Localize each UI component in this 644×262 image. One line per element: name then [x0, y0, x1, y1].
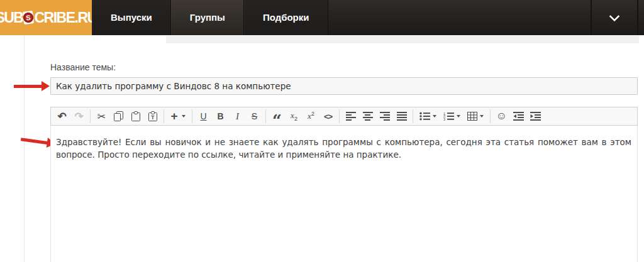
- undo-button[interactable]: ↶: [53, 109, 70, 124]
- blockquote-button[interactable]: “: [269, 109, 286, 124]
- blockquote-icon: “: [272, 118, 282, 123]
- caret-down-icon: [182, 115, 186, 117]
- logo-text-right: CRIBE.RU: [34, 9, 92, 26]
- strikethrough-icon: S: [252, 111, 257, 121]
- indent-button[interactable]: [527, 109, 544, 124]
- paste-button[interactable]: [127, 109, 144, 124]
- bold-button[interactable]: B: [212, 109, 229, 124]
- svg-text:3: 3: [443, 117, 445, 121]
- toolbar-separator: [265, 109, 266, 123]
- bullet-list-button[interactable]: [416, 109, 440, 124]
- underline-button[interactable]: U: [195, 109, 212, 124]
- main-nav: Выпуски Группы Подборки: [92, 0, 644, 35]
- code-icon: <>: [324, 112, 332, 121]
- paste-as-text-button[interactable]: T: [144, 109, 161, 124]
- toolbar-separator: [413, 109, 413, 123]
- content-left-divider: [24, 35, 25, 262]
- toolbar-separator: [164, 109, 164, 123]
- editor-paragraph: Здравствуйте! Если вы новичок и не знает…: [51, 126, 637, 161]
- s-badge-icon: S: [23, 11, 34, 25]
- topic-title-input[interactable]: [50, 77, 638, 95]
- paste-icon: [131, 111, 140, 121]
- caret-down-icon: [433, 115, 436, 117]
- emoticons-button[interactable]: ☺: [493, 109, 510, 124]
- cut-icon: ✂: [97, 111, 106, 123]
- italic-button[interactable]: I: [229, 109, 246, 124]
- bold-icon: B: [217, 111, 223, 121]
- redo-button[interactable]: ↷: [70, 109, 87, 124]
- align-left-button[interactable]: [342, 109, 359, 124]
- emoticons-icon: ☺: [496, 110, 507, 123]
- superscript-button[interactable]: x2: [303, 109, 319, 124]
- inactive-tabstrip[interactable]: [166, 36, 639, 43]
- align-center-button[interactable]: [359, 109, 376, 124]
- underline-icon: U: [200, 111, 206, 121]
- numbered-list-button[interactable]: 123: [440, 109, 464, 124]
- code-button[interactable]: <>: [319, 109, 336, 124]
- editor-toolbar: ↶ ↷ ✂ T + U B I S “ x: [50, 107, 638, 126]
- paste-text-icon: T: [148, 111, 157, 121]
- copy-icon: [114, 111, 123, 121]
- nav-dropdown-button[interactable]: [591, 0, 638, 35]
- cut-button[interactable]: ✂: [93, 109, 110, 124]
- align-center-icon: [363, 112, 373, 121]
- arrow-shaft: [21, 138, 48, 145]
- toolbar-separator: [90, 109, 91, 123]
- arrow-head: [42, 81, 50, 91]
- align-right-icon: [380, 112, 390, 121]
- italic-icon: I: [236, 111, 239, 122]
- svg-text:T: T: [151, 114, 155, 121]
- caret-down-icon: [457, 115, 460, 117]
- chevron-down-icon: [609, 11, 620, 22]
- toolbar-separator: [490, 109, 491, 123]
- top-navigation-bar: SUB S CRIBE.RU Выпуски Группы Подборки: [0, 0, 644, 35]
- toolbar-separator: [339, 109, 340, 123]
- subscribe-ru-logo[interactable]: SUB S CRIBE.RU: [0, 0, 92, 35]
- outdent-button[interactable]: [510, 109, 527, 124]
- rich-text-editor: ↶ ↷ ✂ T + U B I S “ x: [50, 107, 638, 262]
- nav-tail: [638, 0, 644, 35]
- align-justify-button[interactable]: [393, 109, 410, 124]
- nav-tab-gruppy[interactable]: Группы: [171, 0, 244, 35]
- nav-tab-podborki[interactable]: Подборки: [244, 0, 328, 35]
- outdent-icon: [513, 112, 524, 121]
- topic-title-label: Название темы:: [50, 62, 116, 72]
- undo-icon: ↶: [57, 110, 66, 123]
- nav-tab-vypuski[interactable]: Выпуски: [92, 0, 171, 35]
- strikethrough-button[interactable]: S: [246, 109, 263, 124]
- subscript-icon: x2: [291, 111, 297, 122]
- logo-text-left: SUB: [0, 9, 23, 26]
- align-left-icon: [346, 112, 356, 121]
- align-justify-icon: [397, 112, 407, 121]
- align-right-button[interactable]: [376, 109, 393, 124]
- insert-plus-icon: +: [170, 109, 177, 123]
- arrow-shaft: [14, 85, 43, 88]
- insert-dropdown-button[interactable]: +: [167, 109, 189, 124]
- caret-down-icon: [480, 115, 484, 117]
- table-button[interactable]: [464, 109, 487, 124]
- s-badge-letter: S: [23, 12, 35, 23]
- toolbar-separator: [192, 109, 192, 123]
- indent-icon: [530, 112, 541, 121]
- superscript-icon: x2: [308, 111, 314, 121]
- bullet-list-icon: [419, 112, 430, 121]
- page: SUB S CRIBE.RU Выпуски Группы Подборки Н…: [0, 0, 644, 262]
- redo-icon: ↷: [74, 110, 83, 123]
- copy-button[interactable]: [110, 109, 127, 124]
- numbered-list-icon: 123: [443, 112, 454, 121]
- annotation-arrow-title: [14, 81, 50, 91]
- editor-content-area[interactable]: Здравствуйте! Если вы новичок и не знает…: [50, 126, 638, 262]
- subscript-button[interactable]: x2: [286, 109, 303, 124]
- table-icon: [467, 112, 477, 121]
